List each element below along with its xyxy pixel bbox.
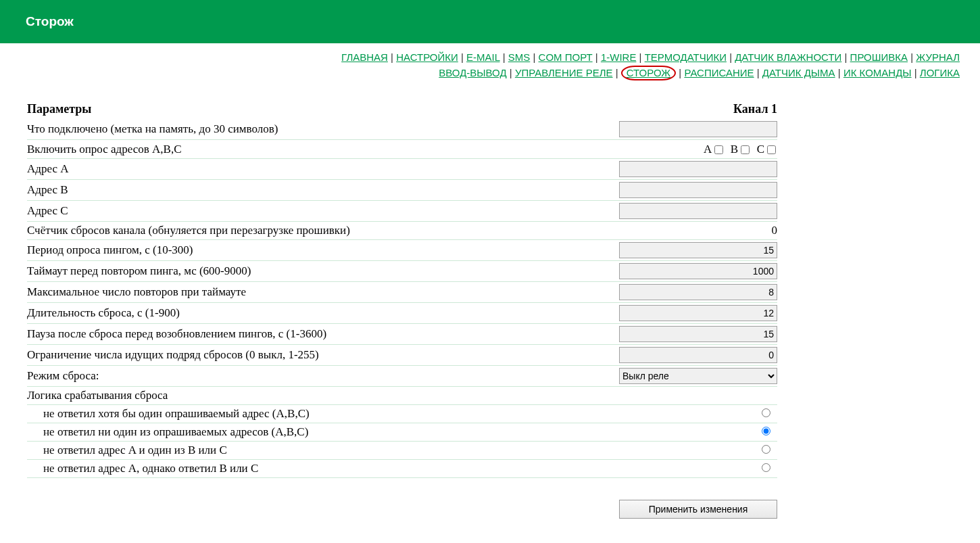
checkbox-b[interactable] [741,145,750,154]
label-logic-opt-0: не ответил хотя бы один опрашиваемый адр… [27,405,531,423]
top-nav: ГЛАВНАЯ | НАСТРОЙКИ | E-MAIL | SMS | COM… [0,43,980,80]
label-logic-header: Логика срабатывания сброса [27,387,777,405]
label-ping-period: Период опроса пингом, с (10-300) [27,240,531,261]
nav-link-1-WIRE[interactable]: 1-WIRE [601,51,637,63]
label-addr-c: Адрес C [27,201,531,222]
input-addr-c[interactable] [619,203,777,219]
nav-link-ИК КОМАНДЫ[interactable]: ИК КОМАНДЫ [843,67,912,78]
nav-link-E-MAIL[interactable]: E-MAIL [466,51,499,63]
label-reset-mode: Режим сброса: [27,366,531,387]
input-addr-b[interactable] [619,182,777,198]
apply-button[interactable]: Применить изменения [619,500,777,519]
label-logic-opt-3: не ответил адрес A, однако ответил B или… [27,460,531,478]
label-chk-c: C [757,143,764,156]
nav-link-ЛОГИКА[interactable]: ЛОГИКА [920,67,960,78]
label-max-retry: Максимальное число повторов при таймауте [27,282,531,303]
value-reset-counter: 0 [531,222,777,240]
input-timeout[interactable] [619,263,777,279]
label-logic-opt-1: не ответил ни один из опрашиваемых адрес… [27,423,531,442]
checkbox-a[interactable] [714,145,723,154]
radio-logic-1[interactable] [762,427,770,435]
label-addr-a: Адрес A [27,159,531,180]
label-logic-opt-2: не ответил адрес A и один из B или C [27,442,531,460]
nav-link-ТЕРМОДАТЧИКИ[interactable]: ТЕРМОДАТЧИКИ [645,51,727,63]
nav-link-COM ПОРТ[interactable]: COM ПОРТ [539,51,593,63]
label-reset-counter: Счётчик сбросов канала (обнуляется при п… [27,222,531,240]
label-pause-after: Пауза после сброса перед возобновлением … [27,324,531,345]
col-channel-header: Канал 1 [531,101,777,119]
page-header: Сторож [0,0,980,43]
label-reset-duration: Длительность сброса, с (1-900) [27,303,531,324]
nav-link-РАСПИСАНИЕ[interactable]: РАСПИСАНИЕ [684,67,754,78]
select-reset-mode[interactable]: Выкл реле [619,368,777,384]
radio-logic-2[interactable] [762,445,770,454]
input-ping-period[interactable] [619,242,777,258]
label-addr-b: Адрес B [27,180,531,201]
radio-logic-0[interactable] [762,408,770,417]
input-pause-after[interactable] [619,326,777,342]
nav-link-SMS[interactable]: SMS [508,51,531,63]
nav-link-ПРОШИВКА[interactable]: ПРОШИВКА [850,51,908,63]
input-addr-a[interactable] [619,161,777,177]
label-enable-abc: Включить опрос адресов A,B,C [27,140,531,159]
nav-link-ДАТЧИК ДЫМА[interactable]: ДАТЧИК ДЫМА [762,67,835,78]
nav-link-ЖУРНАЛ[interactable]: ЖУРНАЛ [916,51,960,63]
col-params-header: Параметры [27,101,531,119]
main-content: Параметры Канал 1 Что подключено (метка … [0,80,980,532]
page-title: Сторож [26,14,74,29]
input-reset-duration[interactable] [619,305,777,321]
nav-link-УПРАВЛЕНИЕ РЕЛЕ[interactable]: УПРАВЛЕНИЕ РЕЛЕ [515,67,613,78]
radio-logic-3[interactable] [762,463,770,472]
params-table: Параметры Канал 1 Что подключено (метка … [27,101,777,478]
nav-link-ГЛАВНАЯ[interactable]: ГЛАВНАЯ [341,51,388,63]
label-connected: Что подключено (метка на память, до 30 с… [27,119,531,140]
input-connected[interactable] [619,121,777,137]
input-max-retry[interactable] [619,284,777,300]
nav-link-ВВОД-ВЫВОД[interactable]: ВВОД-ВЫВОД [439,67,506,78]
nav-link-НАСТРОЙКИ[interactable]: НАСТРОЙКИ [396,51,458,63]
nav-link-ДАТЧИК ВЛАЖНОСТИ[interactable]: ДАТЧИК ВЛАЖНОСТИ [735,51,841,63]
checkbox-c[interactable] [767,145,776,154]
label-chk-b: B [731,143,738,156]
label-timeout: Таймаут перед повтором пинга, мс (600-90… [27,261,531,282]
label-consec-limit: Ограничение числа идущих подряд сбросов … [27,345,531,366]
label-chk-a: A [704,143,712,156]
nav-link-СТОРОЖ[interactable]: СТОРОЖ [627,67,670,78]
input-consec-limit[interactable] [619,347,777,363]
